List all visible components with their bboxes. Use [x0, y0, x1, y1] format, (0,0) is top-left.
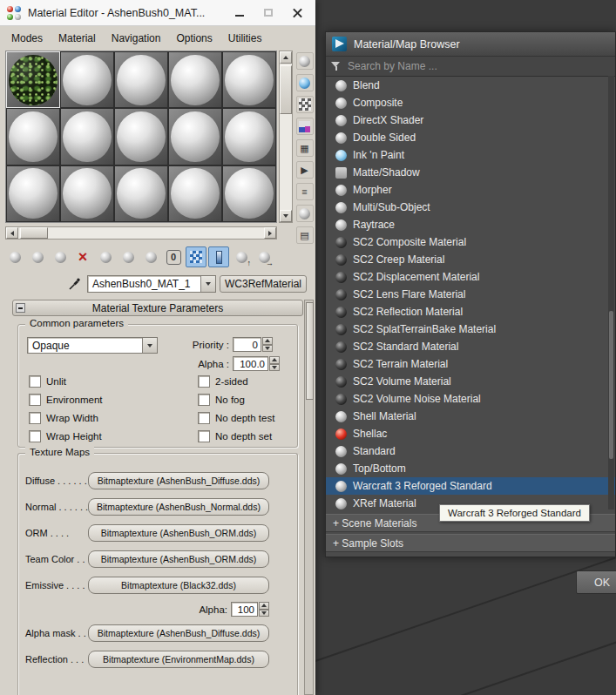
- scroll-track[interactable]: [280, 64, 292, 210]
- params-scrollbar[interactable]: [304, 300, 314, 695]
- material-item-standard[interactable]: Standard: [326, 442, 615, 460]
- sample-slot[interactable]: [222, 108, 276, 165]
- scroll-down-button[interactable]: [280, 210, 292, 222]
- texture-map-button[interactable]: Bitmaptexture (Black32.dds): [88, 577, 269, 594]
- sample-slot[interactable]: [168, 108, 222, 165]
- show-end-result-button[interactable]: [208, 246, 229, 267]
- checkbox-no-depth-set[interactable]: No depth set: [198, 430, 274, 442]
- sample-slot[interactable]: [6, 108, 60, 165]
- material-item-directx-shader[interactable]: DirectX Shader: [326, 111, 615, 129]
- checkbox-environment[interactable]: Environment: [29, 394, 103, 406]
- texture-map-button[interactable]: Bitmaptexture (AshenBush_ORM.dds): [88, 524, 269, 542]
- material-item-blend[interactable]: Blend: [326, 77, 615, 94]
- checkbox-wrap-width[interactable]: Wrap Width: [29, 412, 103, 424]
- checkbox-box[interactable]: [198, 412, 210, 424]
- material-item-shell-material[interactable]: Shell Material: [326, 408, 615, 425]
- checkbox-box[interactable]: [198, 430, 210, 442]
- menu-item-navigation[interactable]: Navigation: [104, 30, 169, 47]
- material-item-sc2-volume-noise-material[interactable]: SC2 Volume Noise Material: [326, 390, 615, 408]
- menu-item-material[interactable]: Material: [51, 30, 104, 47]
- collapse-icon[interactable]: [16, 303, 25, 313]
- browser-titlebar[interactable]: Material/Map Browser: [326, 32, 615, 57]
- sample-slot[interactable]: [168, 51, 222, 108]
- texture-alpha-spinner-down-button[interactable]: [259, 610, 269, 617]
- assign-material-to-selection-button[interactable]: [50, 246, 71, 267]
- material-type-button[interactable]: WC3RefMaterial: [220, 275, 307, 293]
- blend-mode-dropdown[interactable]: Opaque: [27, 337, 158, 354]
- texture-alpha-spinner-value[interactable]: 100: [231, 602, 258, 617]
- menu-item-utilities[interactable]: Utilities: [220, 30, 270, 47]
- checkbox-box[interactable]: [198, 394, 210, 406]
- sample-slot[interactable]: [168, 165, 222, 222]
- material-item-sc2-lens-flare-material[interactable]: SC2 Lens Flare Material: [326, 286, 615, 303]
- checkbox-unlit[interactable]: Unlit: [29, 375, 103, 388]
- material-name-dropdown[interactable]: AshenBush0_MAT_1: [87, 275, 216, 293]
- menu-item-options[interactable]: Options: [168, 30, 220, 47]
- sample-type-icon[interactable]: [296, 52, 314, 70]
- checkbox-box[interactable]: [198, 375, 210, 388]
- go-to-parent-button[interactable]: ↑: [231, 246, 252, 267]
- material-item-sc2-standard-material[interactable]: SC2 Standard Material: [326, 338, 615, 355]
- material-item-sc2-terrain-material[interactable]: SC2 Terrain Material: [326, 355, 615, 373]
- material-item-multi-sub-object[interactable]: Multi/Sub-Object: [326, 199, 615, 216]
- alpha-spinner-value[interactable]: 100.0: [233, 356, 268, 371]
- menu-item-modes[interactable]: Modes: [3, 30, 51, 47]
- put-to-library-button[interactable]: [140, 246, 161, 267]
- material-item-sc2-creep-material[interactable]: SC2 Creep Material: [326, 251, 615, 268]
- material-item-ink-n-paint[interactable]: Ink 'n Paint: [326, 146, 615, 164]
- sample-slot[interactable]: [60, 108, 114, 165]
- reset-map-mtl-to-default-button[interactable]: ×: [72, 246, 93, 267]
- material-id-channel-button[interactable]: 0: [163, 246, 184, 267]
- checkbox-box[interactable]: [29, 412, 41, 424]
- backlight-icon[interactable]: [296, 74, 314, 91]
- dropdown-arrow-icon[interactable]: [142, 338, 157, 353]
- material-item-warcraft-3-reforged-standard[interactable]: Warcraft 3 Reforged Standard: [326, 477, 615, 495]
- slots-horizontal-scrollbar[interactable]: [5, 226, 277, 240]
- options-icon[interactable]: ≡: [296, 183, 314, 200]
- checkbox-box[interactable]: [29, 375, 41, 388]
- texture-map-button[interactable]: Bitmaptexture (AshenBush_ORM.dds): [88, 550, 269, 568]
- sample-slot[interactable]: [114, 165, 168, 222]
- sample-slot[interactable]: [114, 51, 168, 108]
- background-icon[interactable]: [296, 96, 314, 113]
- material-item-shellac[interactable]: Shellac: [326, 425, 615, 442]
- priority-spinner-down-button[interactable]: [262, 345, 273, 353]
- sample-slot[interactable]: [60, 51, 114, 108]
- priority-spinner-value[interactable]: 0: [233, 337, 261, 352]
- priority-spinner-up-button[interactable]: [262, 337, 273, 345]
- material-item-composite[interactable]: Composite: [326, 94, 615, 111]
- select-by-material-icon[interactable]: [296, 205, 314, 222]
- texture-map-button[interactable]: Bitmaptexture (AshenBush_Diffuse.dds): [88, 624, 269, 642]
- sample-uv-tiling-icon[interactable]: [296, 118, 314, 135]
- texture-map-button[interactable]: Bitmaptexture (AshenBush_Diffuse.dds): [88, 472, 269, 489]
- material-item-top-bottom[interactable]: Top/Bottom: [326, 460, 615, 477]
- checkbox-no-fog[interactable]: No fog: [198, 394, 274, 406]
- close-button[interactable]: [289, 5, 305, 21]
- get-material-button[interactable]: [4, 246, 25, 267]
- alpha-spinner-up-button[interactable]: [269, 356, 280, 364]
- scroll-thumb[interactable]: [280, 65, 292, 114]
- slots-vertical-scrollbar[interactable]: [279, 51, 293, 223]
- checkbox-box[interactable]: [29, 430, 41, 442]
- scroll-up-button[interactable]: [280, 51, 292, 64]
- material-item-sc2-displacement-material[interactable]: SC2 Displacement Material: [326, 268, 615, 286]
- show-shaded-material-in-viewport-button[interactable]: [186, 246, 206, 267]
- scroll-right-button[interactable]: [264, 227, 276, 239]
- material-item-sc2-volume-material[interactable]: SC2 Volume Material: [326, 373, 615, 390]
- material-map-navigator-icon[interactable]: ▤: [296, 226, 314, 244]
- material-item-double-sided[interactable]: Double Sided: [326, 129, 615, 146]
- ok-button[interactable]: OK: [576, 570, 616, 594]
- material-item-sc2-splatterrainbake-material[interactable]: SC2 SplatTerrainBake Material: [326, 321, 615, 338]
- go-forward-to-sibling-button[interactable]: →: [254, 246, 274, 267]
- material-item-matte-shadow[interactable]: Matte/Shadow: [326, 164, 615, 181]
- list-scrollbar[interactable]: [608, 76, 614, 509]
- make-preview-icon[interactable]: ▶: [296, 161, 314, 179]
- material-item-sc2-composite-material[interactable]: SC2 Composite Material: [326, 233, 615, 251]
- sample-slot[interactable]: [222, 51, 276, 108]
- titlebar[interactable]: Material Editor - AshenBush0_MAT...: [0, 0, 315, 26]
- make-material-copy-button[interactable]: [95, 246, 116, 267]
- sample-slot[interactable]: [6, 165, 60, 222]
- scroll-left-button[interactable]: [6, 227, 18, 239]
- put-material-to-scene-button[interactable]: [27, 246, 48, 267]
- texture-map-button[interactable]: Bitmaptexture (EnvironmentMap.dds): [88, 651, 269, 668]
